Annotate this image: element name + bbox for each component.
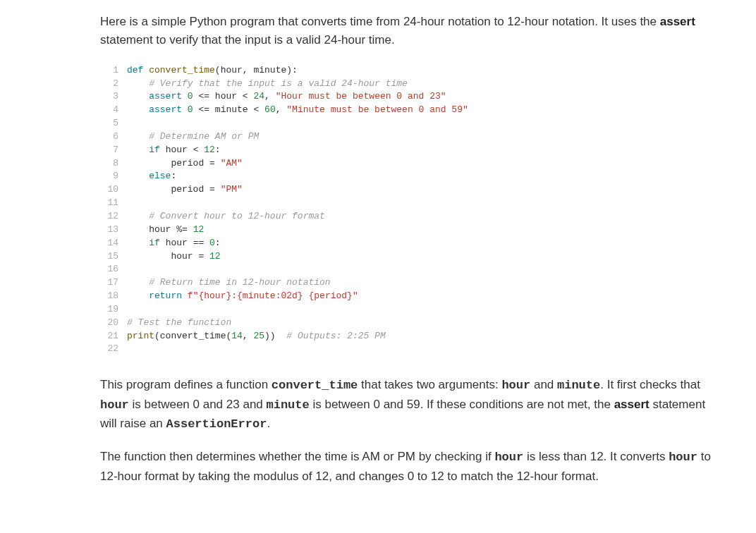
- code-line: 8 period = "AM": [100, 157, 722, 171]
- code-line: 1def convert_time(hour, minute):: [100, 64, 722, 78]
- p2-c: that takes two arguments:: [358, 378, 501, 391]
- line-number: 14: [100, 237, 127, 250]
- p3-hour: hour: [494, 451, 523, 464]
- code-line: 4 assert 0 <= minute < 60, "Minute must …: [100, 104, 722, 117]
- code-token: )): [264, 331, 286, 341]
- line-number: 13: [100, 223, 127, 237]
- code-token: 14: [231, 331, 243, 341]
- code-token: [127, 238, 149, 248]
- code-token: [127, 211, 149, 221]
- p3-a: The function then determines whether the…: [100, 450, 494, 463]
- code-token: # Convert hour to 12-hour format: [149, 211, 325, 221]
- line-number: 12: [100, 210, 127, 223]
- code-line: 15 hour = 12: [100, 250, 722, 264]
- code-token: 12: [209, 251, 221, 262]
- code-token: [127, 104, 149, 115]
- intro-paragraph: Here is a simple Python program that con…: [100, 13, 722, 50]
- code-token: [182, 104, 188, 115]
- code-content: period = "PM": [127, 183, 243, 197]
- code-token: "Hour must be between 0 and 23": [276, 91, 446, 102]
- code-token: [127, 171, 149, 181]
- code-token: print: [127, 331, 154, 341]
- code-token: if: [149, 145, 160, 155]
- code-line: 22: [100, 343, 722, 356]
- code-content: return f"{hour}:{minute:02d} {period}": [127, 290, 358, 303]
- code-token: # Test the function: [127, 317, 231, 328]
- p3-c: is less than 12. It converts: [523, 450, 669, 463]
- explanation-paragraph-1: This program defines a function convert_…: [100, 376, 722, 434]
- code-line: 6 # Determine AM or PM: [100, 130, 722, 144]
- code-token: :: [171, 171, 176, 181]
- code-line: 2 # Verify that the input is a valid 24-…: [100, 78, 722, 91]
- p2-hour: hour: [501, 379, 530, 392]
- code-line: 3 assert 0 <= hour < 24, "Hour must be b…: [100, 90, 722, 104]
- line-number: 15: [100, 250, 127, 264]
- line-number: 1: [100, 64, 127, 78]
- code-token: # Return time in 12-hour notation: [149, 277, 330, 288]
- code-token: hour %=: [127, 224, 193, 235]
- code-token: hour ==: [160, 238, 209, 248]
- code-token: 12: [204, 145, 215, 155]
- p2-hour2: hour: [100, 398, 129, 412]
- explanation-paragraph-2: The function then determines whether the…: [100, 448, 722, 486]
- line-number: 22: [100, 343, 127, 356]
- line-number: 6: [100, 130, 127, 144]
- code-line: 13 hour %= 12: [100, 223, 722, 237]
- code-content: hour %= 12: [127, 223, 204, 237]
- code-token: (convert_time(: [154, 331, 231, 341]
- code-token: assert: [149, 91, 182, 102]
- code-line: 20# Test the function: [100, 317, 722, 330]
- code-token: [182, 290, 188, 301]
- line-number: 2: [100, 78, 127, 91]
- code-token: # Verify that the input is a valid 24-ho…: [149, 78, 408, 89]
- p2-minute2: minute: [267, 398, 310, 412]
- p2-o: .: [267, 417, 270, 430]
- code-content: # Determine AM or PM: [127, 130, 259, 144]
- p2-g: . It first checks that: [600, 378, 700, 391]
- code-content: # Test the function: [127, 317, 231, 330]
- p3-hour2: hour: [669, 451, 697, 464]
- code-token: return: [149, 290, 182, 301]
- p2-minute: minute: [557, 379, 600, 392]
- code-token: <= hour <: [193, 91, 254, 102]
- code-token: hour <: [160, 145, 204, 155]
- code-content: # Convert hour to 12-hour format: [127, 210, 325, 223]
- code-content: hour = 12: [127, 250, 221, 264]
- line-number: 18: [100, 290, 127, 303]
- code-block: 1def convert_time(hour, minute):2 # Veri…: [100, 64, 722, 357]
- code-token: (hour, minute):: [215, 65, 298, 75]
- code-token: def: [127, 65, 149, 75]
- intro-text-c: statement to verify that the input is a …: [100, 33, 395, 47]
- line-number: 3: [100, 90, 127, 104]
- code-token: "Minute must be between 0 and 59": [286, 104, 468, 115]
- line-number: 10: [100, 183, 127, 197]
- code-token: 25: [253, 331, 264, 341]
- code-token: :: [215, 145, 221, 155]
- code-token: [127, 277, 149, 288]
- code-content: # Return time in 12-hour notation: [127, 276, 331, 290]
- code-line: 21print(convert_time(14, 25)) # Outputs:…: [100, 330, 722, 343]
- p2-assertionerror: AssertionError: [166, 417, 267, 431]
- code-line: 18 return f"{hour}:{minute:02d} {period}…: [100, 290, 722, 303]
- code-token: [182, 91, 188, 102]
- line-number: 16: [100, 263, 127, 276]
- line-number: 17: [100, 276, 127, 290]
- code-token: assert: [149, 104, 182, 115]
- document-page: Here is a simple Python program that con…: [0, 0, 756, 521]
- code-line: 7 if hour < 12:: [100, 144, 722, 157]
- code-line: 19: [100, 303, 722, 317]
- line-number: 20: [100, 317, 127, 330]
- code-content: else:: [127, 170, 176, 183]
- code-token: [127, 91, 149, 102]
- code-token: 60: [264, 104, 276, 115]
- code-token: period =: [127, 184, 221, 195]
- code-content: if hour < 12:: [127, 144, 221, 157]
- code-content: assert 0 <= hour < 24, "Hour must be bet…: [127, 90, 446, 104]
- code-line: 10 period = "PM": [100, 183, 722, 197]
- code-token: :: [215, 238, 221, 248]
- code-content: assert 0 <= minute < 60, "Minute must be…: [127, 104, 468, 117]
- code-token: [127, 145, 149, 155]
- code-content: if hour == 0:: [127, 237, 221, 250]
- code-token: ,: [264, 91, 276, 102]
- code-line: 9 else:: [100, 170, 722, 183]
